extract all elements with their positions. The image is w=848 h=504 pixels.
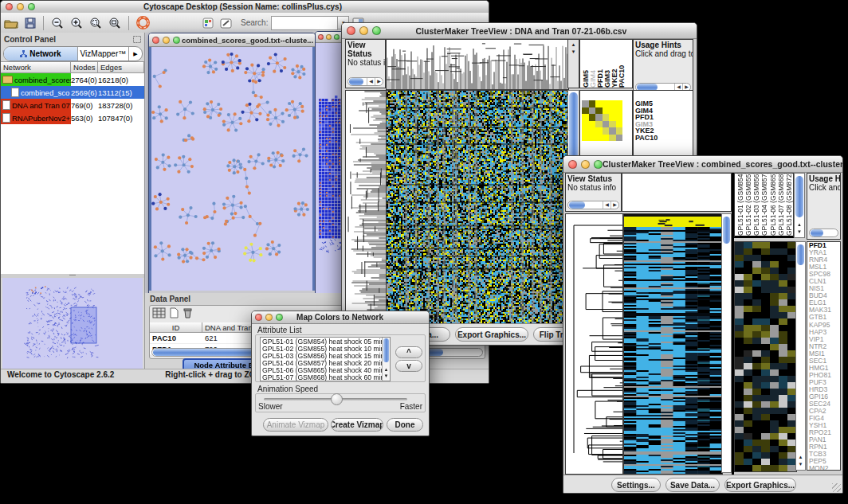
zoom-out-icon[interactable] — [51, 17, 64, 29]
heatmap-cell[interactable] — [603, 107, 610, 115]
scroll-left-icon[interactable]: ◀ — [603, 201, 610, 209]
attribute-list-item[interactable]: GPL51-02 (GSM855) heat shock 10 min — [262, 346, 390, 353]
tv2-column-label[interactable]: GPL51-07 (GSM868) — [777, 174, 785, 236]
tab-network[interactable]: Network — [4, 47, 78, 61]
create-vizmap-button[interactable]: Create Vizmap — [331, 418, 383, 432]
tv2-heatmap[interactable] — [623, 213, 723, 475]
tv2-zoom-vscrollbar[interactable]: ▲ ▼ — [795, 241, 806, 471]
scroll-down-icon[interactable]: ▼ — [568, 49, 579, 56]
network-list-row[interactable]: combined_sco2569(6)13112(15) — [1, 86, 144, 99]
scroll-right-icon[interactable]: ▶ — [610, 201, 618, 209]
tv2-column-label[interactable]: GPL51-04 (GSM857) — [760, 174, 768, 236]
heatmap-cell[interactable] — [595, 127, 603, 135]
close-button[interactable] — [152, 37, 159, 44]
heatmap-cell[interactable] — [582, 121, 589, 128]
heatmap-cell[interactable] — [616, 121, 623, 128]
gene-label[interactable]: MSL1 — [807, 264, 840, 271]
close-button[interactable] — [318, 34, 324, 40]
zoom-button[interactable] — [173, 37, 180, 44]
heatmap-cell[interactable] — [595, 114, 603, 121]
gene-label[interactable]: RPO21 — [807, 429, 840, 436]
scroll-right-icon[interactable]: ▶ — [375, 78, 383, 85]
zoom-button[interactable] — [594, 160, 603, 169]
tv1-mini-heatmap[interactable] — [582, 100, 632, 141]
attribute-list-item[interactable]: GPL51-06 (GSM865) heat shock 40 min — [262, 367, 390, 374]
treeview2-titlebar[interactable]: ClusterMaker TreeView : combined_scores_… — [563, 156, 842, 173]
animate-vizmap-button[interactable]: Animate Vizmap — [263, 418, 328, 432]
close-button[interactable] — [6, 3, 13, 10]
scroll-up-icon[interactable]: ▲ — [796, 454, 805, 461]
scroll-down-icon[interactable]: ▼ — [383, 373, 390, 380]
done-button[interactable]: Done — [387, 418, 423, 432]
network-name-cell[interactable]: combined_sco — [1, 86, 71, 99]
col-edges[interactable]: Edges — [98, 62, 144, 73]
col-nodes[interactable]: Nodes — [71, 62, 98, 73]
heatmap-cell[interactable] — [609, 121, 616, 128]
minimize-button[interactable] — [265, 314, 273, 321]
move-up-button[interactable]: ^ — [395, 346, 422, 358]
col-network[interactable]: Network — [1, 62, 71, 73]
heatmap-cell[interactable] — [603, 100, 610, 107]
heatmap-cell[interactable] — [603, 121, 610, 128]
gene-label[interactable]: TCB3 — [807, 451, 840, 458]
minimize-button[interactable] — [163, 37, 170, 44]
move-down-button[interactable]: v — [395, 360, 422, 372]
heatmap-cell[interactable] — [603, 127, 610, 135]
scroll-thumb[interactable] — [811, 229, 823, 236]
tv2-column-label[interactable]: GPL51-06 (GSM865) — [769, 174, 777, 236]
settings-button[interactable]: Settings... — [611, 478, 661, 492]
search-input[interactable] — [271, 16, 338, 30]
zoom-button[interactable] — [334, 34, 340, 40]
scroll-down-icon[interactable]: ▼ — [795, 229, 804, 236]
heatmap-cell[interactable] — [595, 135, 603, 142]
gene-label[interactable]: HMG1 — [807, 365, 840, 372]
gene-label[interactable]: PHO81 — [807, 372, 840, 379]
tab-overflow-icon[interactable]: ▶ — [129, 47, 142, 61]
heatmap-cell[interactable] — [603, 135, 610, 142]
attribute-list[interactable]: GPL51-01 (GSM854) heat shock 05 minGPL51… — [260, 337, 391, 381]
scroll-thumb[interactable] — [723, 217, 730, 244]
tv2-usage-hscrollbar[interactable] — [809, 229, 838, 237]
heatmap-cell[interactable] — [616, 107, 623, 115]
datapanel-col-id[interactable]: ID — [150, 322, 202, 333]
gene-label[interactable]: MAK31 — [807, 307, 840, 314]
gene-label[interactable]: GPI16 — [807, 393, 840, 400]
export-graphics-button[interactable]: Export Graphics... — [455, 327, 528, 342]
tv2-column-label[interactable]: GPL51-02 (GSM855) — [744, 174, 752, 236]
heatmap-cell[interactable] — [589, 100, 596, 107]
gene-label[interactable]: YRA1 — [807, 249, 840, 256]
attribute-list-item[interactable]: GPL51-01 (GSM854) heat shock 05 min — [262, 338, 390, 346]
attribute-table-icon[interactable] — [152, 307, 166, 322]
heatmap-cell[interactable] — [589, 121, 596, 128]
tv2-column-label[interactable]: GPL51-08 (GSM872) — [785, 174, 793, 236]
gene-label[interactable]: MON2 — [807, 465, 840, 471]
attribute-list-item[interactable]: GPL51-04 (GSM857) heat shock 20 min — [262, 360, 390, 367]
float-panel-icon[interactable] — [133, 32, 141, 46]
heatmap-cell[interactable] — [609, 135, 616, 142]
tv2-column-label[interactable]: GPL51-01 (GSM854) — [736, 174, 744, 236]
scroll-thumb[interactable] — [383, 338, 389, 362]
tv2-labels-vscrollbar[interactable]: ▲ ▼ — [794, 173, 805, 238]
tv1-column-label[interactable]: PFD1 — [596, 40, 603, 88]
heatmap-cell[interactable] — [616, 135, 623, 142]
help-lifesaver-icon[interactable] — [136, 16, 150, 29]
close-button[interactable] — [568, 160, 577, 169]
open-file-icon[interactable] — [4, 18, 18, 29]
tv1-column-label[interactable]: GIM3 — [603, 40, 610, 88]
heatmap-cell[interactable] — [609, 107, 616, 115]
heatmap-cell[interactable] — [589, 127, 596, 135]
gene-label[interactable]: SEC24 — [807, 400, 840, 408]
gene-label[interactable]: CLN1 — [807, 278, 840, 285]
gene-label[interactable]: GTB1 — [807, 314, 840, 321]
scroll-thumb[interactable] — [569, 201, 585, 209]
heatmap-cell[interactable] — [609, 114, 616, 121]
network-name-cell[interactable]: RNAPuberNov2+ — [1, 111, 71, 124]
network-list-row[interactable]: RNAPuberNov2+563(0)107847(0) — [1, 111, 144, 124]
heatmap-cell[interactable] — [609, 100, 616, 107]
close-button[interactable] — [347, 26, 355, 35]
plugin-manager-icon[interactable] — [202, 18, 214, 29]
heatmap-cell[interactable] — [595, 121, 603, 128]
network-name-cell[interactable]: DNA and Tran 07 — [1, 99, 71, 111]
dialog-titlebar[interactable]: Map Colors to Network — [252, 311, 429, 324]
gene-label[interactable]: SPC98 — [807, 271, 840, 278]
